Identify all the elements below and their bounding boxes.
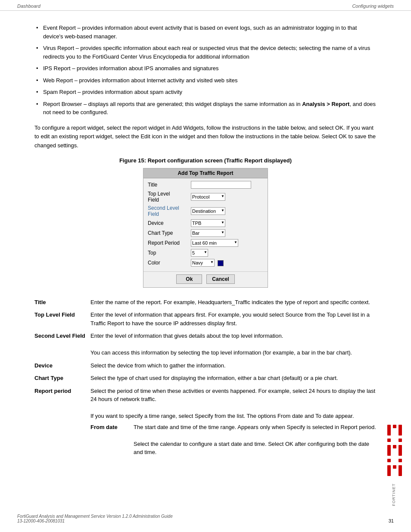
- dialog-label-device: Device: [148, 220, 191, 226]
- intro-paragraph: To configure a report widget, select the…: [34, 124, 377, 150]
- page-number: 31: [389, 518, 394, 523]
- dialog-row-reportperiod: Report Period Last 60 min Last 24 hours …: [148, 239, 263, 247]
- dialog-value-charttype: Bar Pie: [191, 229, 263, 237]
- dialog-value-secondlevel: Destination Source Protocol: [191, 207, 263, 215]
- svg-rect-1: [387, 439, 391, 442]
- header-left: Dashboard: [17, 3, 40, 9]
- dialog-value-title: [191, 181, 263, 189]
- fortinet-logo: FORTINET: [385, 420, 402, 506]
- reportperiod-select-wrapper: Last 60 min Last 24 hours Specify: [191, 239, 238, 247]
- color-select[interactable]: Navy Red Blue Green: [191, 259, 215, 267]
- footer-left: FortiGuard Analysis and Management Servi…: [17, 514, 173, 523]
- svg-rect-4: [387, 465, 391, 476]
- svg-rect-12: [399, 465, 402, 476]
- toplevel-select-wrapper: Protocol Source Destination: [191, 193, 225, 201]
- main-content: Event Report – provides information abou…: [0, 15, 411, 470]
- list-item: Spam Report – provides information about…: [34, 88, 377, 96]
- dialog-body: Title Top LevelField Protocol So: [143, 178, 268, 271]
- top-select-wrapper: 5 10 20: [191, 249, 208, 257]
- def-desc-toplevel: Enter the level of information that appe…: [90, 311, 377, 327]
- page-header: Dashboard Configuring widgets: [0, 0, 411, 11]
- fortinet-text: FORTINET: [392, 483, 396, 506]
- cancel-button[interactable]: Cancel: [206, 274, 234, 284]
- dialog-row-device: Device TPB All: [148, 219, 263, 227]
- def-row-toplevel: Top Level Field Enter the level of infor…: [34, 311, 377, 327]
- charttype-select-wrapper: Bar Pie: [191, 229, 225, 237]
- dialog-row-top: Top 5 10 20: [148, 249, 263, 257]
- ok-button[interactable]: Ok: [176, 274, 202, 284]
- page-container: Dashboard Configuring widgets Event Repo…: [0, 0, 411, 532]
- dialog-label-charttype: Chart Type: [148, 230, 191, 236]
- sub-def-desc-fromdate: The start date and time of the time rang…: [134, 423, 377, 457]
- device-select[interactable]: TPB All: [191, 219, 225, 227]
- list-item: Web Report – provides information about …: [34, 76, 377, 85]
- figure-caption: Figure 15: Report configuration screen (…: [34, 157, 377, 164]
- footer-doc-number: 13-12000-406-20081031: [17, 519, 173, 523]
- definitions-table: Title Enter the name of the report. For …: [34, 298, 377, 457]
- color-swatch: [218, 260, 224, 266]
- list-item: Event Report – provides information abou…: [34, 24, 377, 40]
- secondlevel-select[interactable]: Destination Source Protocol: [191, 207, 225, 215]
- svg-rect-5: [393, 425, 396, 428]
- dialog-value-device: TPB All: [191, 219, 263, 227]
- def-term-charttype: Chart Type: [34, 374, 90, 383]
- dialog-value-color: Navy Red Blue Green: [191, 259, 263, 267]
- dialog-label-title: Title: [148, 182, 191, 188]
- svg-rect-0: [387, 425, 391, 436]
- dialog-box: Add Top Traffic Report Title Top LevelFi…: [143, 168, 268, 288]
- dialog-row-charttype: Chart Type Bar Pie: [148, 229, 263, 237]
- svg-rect-8: [399, 425, 402, 436]
- svg-rect-11: [399, 459, 402, 462]
- title-input[interactable]: [191, 181, 251, 189]
- color-select-wrapper: Navy Red Blue Green: [191, 259, 215, 267]
- dialog-row-toplevel: Top LevelField Protocol Source Destinati…: [148, 191, 263, 203]
- def-term-toplevel: Top Level Field: [34, 311, 90, 327]
- header-right: Configuring widgets: [352, 3, 394, 9]
- def-row-charttype: Chart Type Select the type of chart used…: [34, 374, 377, 383]
- dialog-label-secondlevel: Second LevelField: [148, 205, 191, 217]
- bullet-list: Event Report – provides information abou…: [34, 24, 377, 117]
- svg-rect-9: [399, 439, 402, 442]
- def-desc-device: Select the device from which to gather t…: [90, 361, 377, 370]
- sub-def-term-fromdate: From date: [90, 423, 134, 457]
- secondlevel-select-wrapper: Destination Source Protocol: [191, 207, 225, 215]
- dialog-row-secondlevel: Second LevelField Destination Source Pro…: [148, 205, 263, 217]
- def-desc-title: Enter the name of the report. For exampl…: [90, 298, 377, 307]
- list-item: IPS Report – provides information about …: [34, 64, 377, 73]
- fortinet-logo-svg: [385, 420, 402, 481]
- footer-guide-title: FortiGuard Analysis and Management Servi…: [17, 514, 173, 519]
- dialog-label-color: Color: [148, 260, 191, 266]
- sub-def-row-fromdate: From date The start date and time of the…: [90, 423, 377, 457]
- dialog-buttons: Ok Cancel: [143, 271, 268, 287]
- def-desc-charttype: Select the type of chart used for displa…: [90, 374, 377, 383]
- def-term-reportperiod: Report period: [34, 387, 90, 457]
- svg-rect-7: [393, 465, 396, 469]
- toplevel-select[interactable]: Protocol Source Destination: [191, 193, 225, 201]
- reportperiod-select[interactable]: Last 60 min Last 24 hours Specify: [191, 239, 238, 247]
- def-row-title: Title Enter the name of the report. For …: [34, 298, 377, 307]
- charttype-select[interactable]: Bar Pie: [191, 229, 225, 237]
- dialog-label-top: Top: [148, 250, 191, 256]
- dialog-label-reportperiod: Report Period: [148, 240, 191, 246]
- def-desc-reportperiod: Select the period of time when these act…: [90, 387, 377, 457]
- def-row-secondlevel: Second Level Field Enter the level of in…: [34, 332, 377, 357]
- device-select-wrapper: TPB All: [191, 219, 225, 227]
- top-select[interactable]: 5 10 20: [191, 249, 208, 257]
- def-term-device: Device: [34, 361, 90, 370]
- dialog-value-toplevel: Protocol Source Destination: [191, 193, 263, 201]
- dialog-value-reportperiod: Last 60 min Last 24 hours Specify: [191, 239, 263, 247]
- dialog-title-bar: Add Top Traffic Report: [143, 168, 268, 178]
- svg-rect-3: [387, 459, 391, 462]
- list-item: Report Browser – displays all reports th…: [34, 100, 377, 117]
- page-footer: FortiGuard Analysis and Management Servi…: [17, 514, 394, 523]
- def-row-reportperiod: Report period Select the period of time …: [34, 387, 377, 457]
- def-term-secondlevel: Second Level Field: [34, 332, 90, 357]
- def-desc-secondlevel: Enter the level of information that give…: [90, 332, 377, 357]
- svg-rect-6: [393, 445, 396, 448]
- dialog-wrapper: Add Top Traffic Report Title Top LevelFi…: [34, 168, 377, 288]
- svg-rect-10: [399, 445, 402, 456]
- list-item: Virus Report – provides specific informa…: [34, 44, 377, 61]
- dialog-label-toplevel: Top LevelField: [148, 191, 191, 203]
- def-term-title: Title: [34, 298, 90, 307]
- svg-rect-2: [387, 445, 391, 456]
